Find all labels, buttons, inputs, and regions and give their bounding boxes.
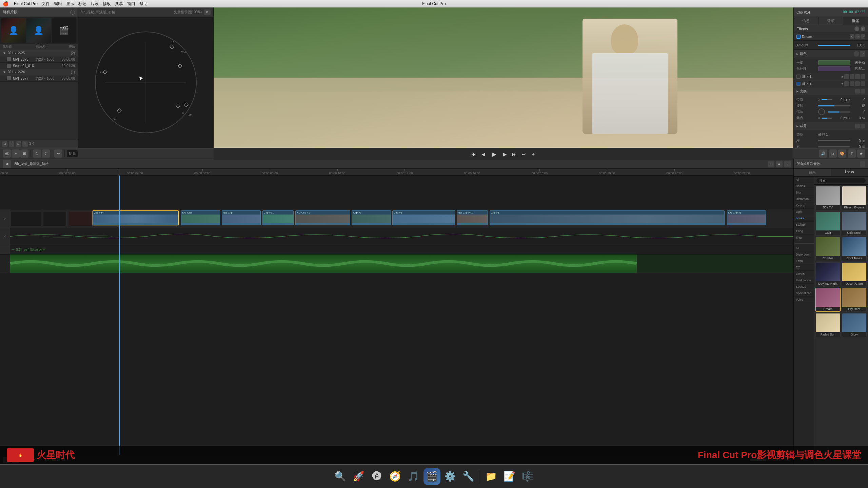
look-combat[interactable]: Combat bbox=[815, 237, 841, 261]
tab-audio[interactable]: 音频 bbox=[818, 17, 843, 25]
search-icon[interactable] bbox=[70, 10, 75, 15]
crop-left-slider[interactable] bbox=[818, 140, 850, 141]
effect-delete-icon[interactable]: ✕ bbox=[861, 34, 865, 39]
play-btn[interactable]: ▶ bbox=[489, 149, 499, 159]
rotation-slider[interactable] bbox=[818, 105, 850, 106]
look-glory[interactable]: Glory bbox=[842, 313, 867, 337]
clip-21[interactable]: Clip #21 bbox=[262, 210, 294, 225]
video-track-content[interactable]: Clip #14 NG Clip NG Clip bbox=[10, 209, 793, 228]
tab-looks[interactable]: 借鉴 bbox=[843, 17, 868, 25]
menu-window[interactable]: 窗口 bbox=[127, 1, 135, 7]
media-group-2[interactable]: ▼ 2011-12-24 (1) bbox=[0, 69, 78, 75]
ng-clip-2[interactable]: NG Clip bbox=[222, 210, 261, 225]
grid-btn[interactable]: ⊟ bbox=[16, 141, 21, 147]
corr1-icon4[interactable] bbox=[861, 74, 865, 79]
tl-back-btn[interactable]: ◀ bbox=[3, 160, 11, 168]
tl-tool-1[interactable]: ⊞ bbox=[768, 161, 774, 167]
crop-right-slider[interactable] bbox=[818, 146, 850, 147]
black-clip-2[interactable] bbox=[43, 211, 66, 226]
media-item-1[interactable]: MVI_7873 1920 × 1080 00:00:00 bbox=[0, 56, 78, 63]
dock-itunes[interactable]: 🎵 bbox=[405, 468, 422, 485]
audio-tool[interactable]: 🔊 bbox=[819, 149, 827, 158]
effects-add-icon[interactable]: + bbox=[854, 26, 859, 31]
playhead[interactable] bbox=[119, 169, 119, 175]
effects-reset-icon[interactable]: ↩ bbox=[861, 26, 865, 31]
dock-finder[interactable]: 🔍 bbox=[332, 468, 349, 485]
thumbnail-1[interactable]: 👤 bbox=[1, 18, 26, 43]
amount-slider[interactable] bbox=[818, 45, 850, 46]
transform-header[interactable]: 变换 bbox=[794, 87, 868, 95]
menu-finalcutpro[interactable]: Final Cut Pro bbox=[14, 1, 38, 6]
color-tool[interactable]: 🎨 bbox=[838, 149, 846, 158]
import-btn[interactable]: ⊞ bbox=[2, 141, 7, 147]
clip-14[interactable]: Clip #14 bbox=[93, 210, 179, 225]
cat-stylize[interactable]: Stylize bbox=[794, 222, 814, 228]
corr2-checkbox[interactable] bbox=[796, 82, 801, 86]
black-clip-1[interactable] bbox=[10, 211, 41, 226]
look-bleach-bypass[interactable]: Bleach Bypass bbox=[842, 186, 867, 210]
tool-import[interactable]: ⤵ bbox=[33, 149, 41, 158]
tool-undo[interactable]: ↩ bbox=[54, 149, 62, 158]
crop-icon[interactable] bbox=[855, 124, 860, 128]
text-tool[interactable]: T bbox=[848, 149, 856, 158]
effect-checkbox[interactable] bbox=[796, 35, 801, 39]
look-faded-sun[interactable]: Faded Sun bbox=[815, 313, 841, 337]
media-item-3[interactable]: MVI_7577 1920 × 1080 00:00:00 bbox=[0, 75, 78, 82]
scale-slider[interactable] bbox=[828, 111, 850, 113]
go-to-start-btn[interactable]: ⏮ bbox=[470, 151, 477, 158]
look-cool-tones[interactable]: Cool Tones bbox=[842, 237, 867, 261]
menu-modify[interactable]: 修改 bbox=[103, 1, 111, 7]
dock-other2[interactable]: 🎼 bbox=[519, 468, 536, 485]
look-50s-tv[interactable]: 50s TV bbox=[815, 186, 841, 210]
cat-distortion[interactable]: Distortion bbox=[794, 196, 814, 202]
menu-file[interactable]: 文件 bbox=[42, 1, 50, 7]
cat-eq[interactable]: EQ bbox=[794, 264, 814, 271]
dock-other[interactable]: 🔧 bbox=[460, 468, 477, 485]
menu-edit[interactable]: 编辑 bbox=[54, 1, 62, 7]
crop-header[interactable]: 裁剪 bbox=[794, 122, 868, 130]
clip-3[interactable]: Clip #3 bbox=[352, 210, 391, 225]
look-dry-heat[interactable]: Dry Heat bbox=[842, 288, 867, 312]
cat-specialized[interactable]: Specialized bbox=[794, 290, 814, 297]
postprocess-swatch[interactable] bbox=[818, 66, 850, 71]
corr2-icon2[interactable] bbox=[850, 81, 854, 86]
crop-reset[interactable] bbox=[861, 124, 865, 128]
cat-voice[interactable]: Voice bbox=[794, 297, 814, 303]
tl-tool-3[interactable]: ⋮ bbox=[784, 161, 791, 167]
cat-all[interactable]: All bbox=[794, 177, 814, 183]
look-cold-steel[interactable]: Cold Steel bbox=[842, 211, 867, 236]
cat-debug[interactable]: 拉伸 bbox=[794, 235, 814, 242]
cat-tiling[interactable]: Tiling bbox=[794, 228, 814, 235]
cat-looks[interactable]: Looks bbox=[794, 215, 814, 222]
filter-btn[interactable]: ⋮ bbox=[9, 141, 14, 147]
dock-safari[interactable]: 🧭 bbox=[387, 468, 404, 485]
effects-tool[interactable]: fx bbox=[829, 149, 837, 158]
anchor-x-slider[interactable] bbox=[822, 118, 832, 119]
media-item-2[interactable]: Scene01_018 19:01:39 bbox=[0, 63, 78, 69]
ng-clip-3[interactable]: NG Clip #1 bbox=[295, 210, 350, 225]
look-desert-glare[interactable]: Desert Glare bbox=[842, 262, 867, 286]
ng-clip-5[interactable]: NG Clip #1 bbox=[727, 210, 766, 225]
transform-reset[interactable] bbox=[861, 89, 865, 94]
waveform-settings[interactable]: ⚙ bbox=[204, 9, 211, 15]
dock-text[interactable]: 📝 bbox=[501, 468, 518, 485]
balance-swatch[interactable] bbox=[818, 60, 850, 65]
correction1-row[interactable]: 修正 1 ▶ bbox=[794, 73, 868, 80]
position-x-slider[interactable] bbox=[822, 99, 832, 100]
clip-large[interactable]: Clip #1 bbox=[490, 210, 725, 225]
corr1-icon2[interactable] bbox=[850, 74, 854, 79]
tool-trim[interactable]: ⊞ bbox=[20, 149, 28, 158]
ng-clip-4[interactable]: NG Clip #41 bbox=[457, 210, 488, 225]
tool-blade[interactable]: ✂ bbox=[12, 149, 20, 158]
menu-share[interactable]: 共享 bbox=[115, 1, 123, 7]
clip-1[interactable]: Clip #1 bbox=[392, 210, 455, 225]
dock-launchpad[interactable]: 🚀 bbox=[350, 468, 367, 485]
tab-looks[interactable]: Looks bbox=[831, 169, 868, 176]
tool-share[interactable]: ⤴ bbox=[42, 149, 50, 158]
correction2-row[interactable]: 修正 2 ▼ bbox=[794, 80, 868, 87]
ng-clip-1[interactable]: NG Clip bbox=[181, 210, 220, 225]
tab-info[interactable]: 信息 bbox=[794, 17, 818, 25]
generator-tool[interactable]: ★ bbox=[857, 149, 865, 158]
prev-frame-btn[interactable]: ◀ bbox=[480, 151, 487, 158]
corr2-icon3[interactable] bbox=[855, 81, 860, 86]
